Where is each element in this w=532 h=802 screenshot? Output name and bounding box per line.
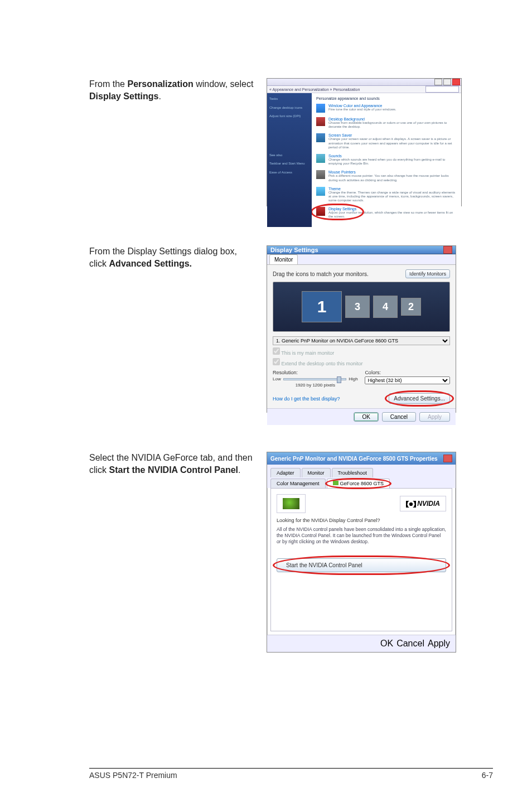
tab-adapter[interactable]: Adapter (270, 468, 301, 477)
link-theme[interactable]: Theme (328, 187, 457, 191)
resolution-value: 1920 by 1200 pixels (273, 383, 358, 388)
colors-select[interactable]: Highest (32 bit) (365, 376, 450, 384)
tab-monitor[interactable]: Monitor (302, 468, 331, 477)
page-heading: Personalize appearance and sounds (316, 96, 457, 100)
sounds-icon (316, 154, 325, 163)
window-titlebar (267, 79, 461, 86)
screensaver-icon (316, 133, 325, 142)
step1-text: From the Personalization window, select … (89, 78, 257, 206)
monitor-select[interactable]: 1. Generic PnP Monitor on NVIDIA GeForce… (273, 336, 450, 345)
monitor-1[interactable]: 1 (302, 291, 342, 322)
cancel-button[interactable]: Cancel (382, 412, 416, 422)
step2-text: From the Display Settings dialog box, cl… (89, 245, 257, 413)
footer-left: ASUS P5N72-T Premium (89, 771, 177, 780)
close-button[interactable] (452, 79, 460, 85)
tab-color-management[interactable]: Color Management (270, 479, 326, 488)
identify-monitors-button[interactable]: Identify Monitors (405, 269, 450, 278)
color-icon (316, 104, 325, 113)
breadcrumb[interactable]: « Appearance and Personalization » Perso… (269, 88, 423, 91)
close-button[interactable] (443, 455, 452, 462)
close-button[interactable] (443, 246, 452, 254)
link-screen-saver[interactable]: Screen Saver (328, 133, 457, 137)
monitor-3[interactable]: 3 (345, 296, 370, 318)
monitor-layout[interactable]: 1 3 4 2 (273, 282, 450, 332)
extend-desktop-checkbox (273, 358, 280, 365)
looking-text: Looking for the NVIDIA Display Control P… (277, 518, 446, 523)
link-mouse-pointers[interactable]: Mouse Pointers (328, 170, 457, 174)
dialog-title: Generic PnP Monitor and NVIDIA GeForce 8… (270, 456, 438, 462)
address-bar: « Appearance and Personalization » Perso… (267, 86, 461, 93)
apply-button[interactable]: Apply (419, 412, 450, 422)
search-input[interactable] (425, 86, 459, 93)
tab-monitor[interactable]: Monitor (269, 254, 298, 264)
link-display-settings[interactable]: Display Settings (328, 207, 457, 211)
theme-icon (316, 187, 325, 196)
sidebar-link[interactable]: Taskbar and Start Menu (269, 161, 309, 167)
link-window-color[interactable]: Window Color and Appearance (328, 104, 396, 108)
footer-page-number: 6-7 (482, 771, 493, 780)
step3-text: Select the NVIDIA GeForce tab, and then … (89, 452, 257, 653)
background-icon (316, 117, 325, 126)
personalization-window: « Appearance and Personalization » Perso… (267, 78, 462, 206)
link-sounds[interactable]: Sounds (328, 154, 457, 158)
resolution-label: Resolution: (273, 370, 358, 375)
sidebar-link[interactable]: Change desktop icons (269, 105, 309, 111)
sidebar-heading: See also (269, 153, 309, 158)
link-desktop-background[interactable]: Desktop Background (328, 117, 457, 121)
start-nvidia-control-panel-button[interactable]: Start the NVIDIA Control Panel (277, 558, 446, 572)
tab-geforce[interactable]: GeForce 8600 GTS (327, 479, 390, 488)
dialog-title: Display Settings (270, 247, 318, 253)
monitor-2[interactable]: 2 (401, 298, 421, 316)
nvidia-icon (333, 481, 338, 485)
tasks-sidebar: Tasks Change desktop icons Adjust font s… (267, 93, 312, 227)
nvidia-logo: NVIDIA (400, 496, 446, 511)
nvidia-eye-icon (406, 501, 416, 508)
advanced-settings-button[interactable]: Advanced Settings... (389, 393, 450, 404)
sidebar-link[interactable]: Ease of Access (269, 170, 309, 176)
monitor-properties-dialog: Generic PnP Monitor and NVIDIA GeForce 8… (267, 452, 456, 653)
display-settings-dialog: Display Settings Monitor Drag the icons … (267, 245, 456, 413)
tab-troubleshoot[interactable]: Troubleshoot (332, 468, 373, 477)
main-monitor-checkbox (273, 347, 280, 355)
resolution-slider[interactable]: Low High (273, 376, 358, 381)
dialog-titlebar: Display Settings (267, 246, 456, 254)
monitor-4[interactable]: 4 (373, 296, 398, 318)
ok-button[interactable]: OK (354, 412, 378, 422)
display-icon (316, 207, 325, 216)
geforce-logo (277, 494, 306, 513)
personalization-main: Personalize appearance and sounds Window… (312, 93, 461, 227)
dialog-titlebar: Generic PnP Monitor and NVIDIA GeForce 8… (267, 452, 456, 465)
drag-hint: Drag the icons to match your monitors. (273, 271, 369, 277)
help-link[interactable]: How do I get the best display? (273, 396, 340, 402)
sidebar-link[interactable]: Adjust font size (DPI) (269, 114, 309, 119)
maximize-button[interactable] (443, 79, 451, 85)
sidebar-heading: Tasks (269, 96, 309, 102)
apply-button[interactable]: Apply (428, 639, 450, 649)
minimize-button[interactable] (434, 79, 442, 85)
colors-label: Colors: (365, 370, 450, 375)
ok-button[interactable]: OK (380, 639, 393, 649)
description-text: All of the NVIDIA control panels have be… (277, 526, 446, 545)
page-footer: ASUS P5N72-T Premium 6-7 (89, 768, 493, 780)
cancel-button[interactable]: Cancel (396, 639, 424, 649)
mouse-icon (316, 170, 325, 179)
